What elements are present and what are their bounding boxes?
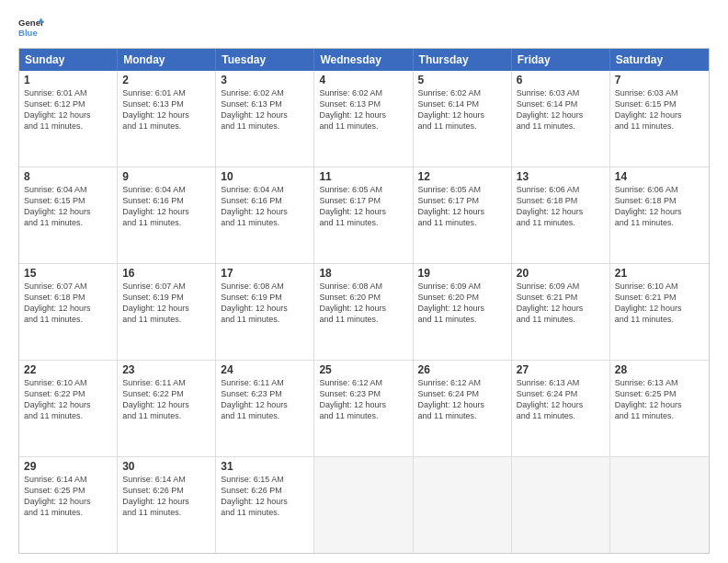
day-info: Sunrise: 6:15 AM Sunset: 6:26 PM Dayligh…: [221, 474, 309, 519]
day-cell-30: 30Sunrise: 6:14 AM Sunset: 6:26 PM Dayli…: [118, 457, 216, 553]
day-number: 14: [615, 170, 704, 183]
calendar: SundayMondayTuesdayWednesdayThursdayFrid…: [18, 48, 710, 554]
day-cell-26: 26Sunrise: 6:12 AM Sunset: 6:24 PM Dayli…: [414, 361, 512, 456]
day-number: 11: [319, 170, 407, 183]
day-number: 2: [122, 74, 210, 86]
day-info: Sunrise: 6:06 AM Sunset: 6:18 PM Dayligh…: [517, 184, 605, 229]
day-number: 27: [517, 363, 605, 376]
logo: General Blue: [18, 15, 44, 40]
day-info: Sunrise: 6:03 AM Sunset: 6:15 PM Dayligh…: [615, 87, 704, 132]
day-cell-15: 15Sunrise: 6:07 AM Sunset: 6:18 PM Dayli…: [19, 264, 118, 360]
day-number: 18: [319, 267, 407, 280]
logo-icon: General Blue: [18, 15, 44, 40]
day-cell-13: 13Sunrise: 6:06 AM Sunset: 6:18 PM Dayli…: [512, 167, 610, 263]
calendar-row-4: 22Sunrise: 6:10 AM Sunset: 6:22 PM Dayli…: [19, 360, 709, 456]
day-number: 16: [122, 267, 210, 280]
day-number: 7: [615, 74, 704, 86]
calendar-row-5: 29Sunrise: 6:14 AM Sunset: 6:25 PM Dayli…: [19, 456, 709, 553]
day-info: Sunrise: 6:02 AM Sunset: 6:13 PM Dayligh…: [221, 87, 309, 132]
day-info: Sunrise: 6:06 AM Sunset: 6:18 PM Dayligh…: [615, 184, 704, 229]
day-number: 1: [24, 74, 112, 86]
day-cell-14: 14Sunrise: 6:06 AM Sunset: 6:18 PM Dayli…: [610, 167, 709, 263]
day-cell-31: 31Sunrise: 6:15 AM Sunset: 6:26 PM Dayli…: [216, 457, 314, 553]
day-number: 29: [24, 460, 112, 473]
day-info: Sunrise: 6:10 AM Sunset: 6:21 PM Dayligh…: [615, 281, 704, 326]
day-number: 13: [517, 170, 605, 183]
day-info: Sunrise: 6:07 AM Sunset: 6:18 PM Dayligh…: [24, 281, 112, 326]
day-cell-4: 4Sunrise: 6:02 AM Sunset: 6:13 PM Daylig…: [314, 71, 413, 167]
day-cell-28: 28Sunrise: 6:13 AM Sunset: 6:25 PM Dayli…: [610, 361, 709, 456]
day-cell-12: 12Sunrise: 6:05 AM Sunset: 6:17 PM Dayli…: [414, 167, 512, 263]
header-day-thursday: Thursday: [414, 49, 512, 71]
day-cell-24: 24Sunrise: 6:11 AM Sunset: 6:23 PM Dayli…: [216, 361, 314, 456]
day-number: 8: [24, 170, 112, 183]
day-number: 31: [221, 460, 309, 473]
day-info: Sunrise: 6:04 AM Sunset: 6:16 PM Dayligh…: [221, 184, 309, 229]
day-cell-11: 11Sunrise: 6:05 AM Sunset: 6:17 PM Dayli…: [314, 167, 413, 263]
day-info: Sunrise: 6:12 AM Sunset: 6:23 PM Dayligh…: [319, 377, 407, 422]
day-number: 20: [517, 267, 605, 280]
day-cell-2: 2Sunrise: 6:01 AM Sunset: 6:13 PM Daylig…: [118, 71, 216, 167]
day-info: Sunrise: 6:01 AM Sunset: 6:12 PM Dayligh…: [24, 87, 112, 132]
day-info: Sunrise: 6:02 AM Sunset: 6:14 PM Dayligh…: [418, 87, 506, 132]
empty-cell-4-4: [414, 457, 512, 553]
day-info: Sunrise: 6:14 AM Sunset: 6:25 PM Dayligh…: [24, 474, 112, 519]
day-number: 24: [221, 363, 309, 376]
day-cell-10: 10Sunrise: 6:04 AM Sunset: 6:16 PM Dayli…: [216, 167, 314, 263]
day-info: Sunrise: 6:05 AM Sunset: 6:17 PM Dayligh…: [418, 184, 506, 229]
day-info: Sunrise: 6:04 AM Sunset: 6:15 PM Dayligh…: [24, 184, 112, 229]
day-cell-23: 23Sunrise: 6:11 AM Sunset: 6:22 PM Dayli…: [118, 361, 216, 456]
day-number: 5: [418, 74, 506, 86]
day-info: Sunrise: 6:12 AM Sunset: 6:24 PM Dayligh…: [418, 377, 506, 422]
svg-text:Blue: Blue: [18, 28, 38, 38]
day-number: 30: [122, 460, 210, 473]
day-info: Sunrise: 6:13 AM Sunset: 6:24 PM Dayligh…: [517, 377, 605, 422]
day-info: Sunrise: 6:07 AM Sunset: 6:19 PM Dayligh…: [122, 281, 210, 326]
day-number: 10: [221, 170, 309, 183]
header-day-sunday: Sunday: [19, 49, 118, 71]
empty-cell-4-5: [512, 457, 610, 553]
day-info: Sunrise: 6:08 AM Sunset: 6:19 PM Dayligh…: [221, 281, 309, 326]
day-info: Sunrise: 6:10 AM Sunset: 6:22 PM Dayligh…: [24, 377, 112, 422]
day-cell-21: 21Sunrise: 6:10 AM Sunset: 6:21 PM Dayli…: [610, 264, 709, 360]
day-cell-6: 6Sunrise: 6:03 AM Sunset: 6:14 PM Daylig…: [512, 71, 610, 167]
empty-cell-4-3: [314, 457, 413, 553]
day-cell-5: 5Sunrise: 6:02 AM Sunset: 6:14 PM Daylig…: [414, 71, 512, 167]
day-cell-8: 8Sunrise: 6:04 AM Sunset: 6:15 PM Daylig…: [19, 167, 118, 263]
day-info: Sunrise: 6:09 AM Sunset: 6:21 PM Dayligh…: [517, 281, 605, 326]
day-number: 26: [418, 363, 506, 376]
header-day-saturday: Saturday: [610, 49, 709, 71]
day-info: Sunrise: 6:09 AM Sunset: 6:20 PM Dayligh…: [418, 281, 506, 326]
header: General Blue: [18, 15, 710, 40]
day-number: 25: [319, 363, 407, 376]
day-info: Sunrise: 6:11 AM Sunset: 6:23 PM Dayligh…: [221, 377, 309, 422]
day-info: Sunrise: 6:11 AM Sunset: 6:22 PM Dayligh…: [122, 377, 210, 422]
page: General Blue SundayMondayTuesdayWednesda…: [0, 0, 728, 563]
header-day-tuesday: Tuesday: [216, 49, 314, 71]
day-info: Sunrise: 6:04 AM Sunset: 6:16 PM Dayligh…: [122, 184, 210, 229]
day-cell-17: 17Sunrise: 6:08 AM Sunset: 6:19 PM Dayli…: [216, 264, 314, 360]
day-cell-19: 19Sunrise: 6:09 AM Sunset: 6:20 PM Dayli…: [414, 264, 512, 360]
day-cell-7: 7Sunrise: 6:03 AM Sunset: 6:15 PM Daylig…: [610, 71, 709, 167]
day-number: 22: [24, 363, 112, 376]
day-number: 3: [221, 74, 309, 86]
day-number: 23: [122, 363, 210, 376]
day-cell-25: 25Sunrise: 6:12 AM Sunset: 6:23 PM Dayli…: [314, 361, 413, 456]
day-info: Sunrise: 6:02 AM Sunset: 6:13 PM Dayligh…: [319, 87, 407, 132]
day-number: 4: [319, 74, 407, 86]
day-number: 15: [24, 267, 112, 280]
day-cell-16: 16Sunrise: 6:07 AM Sunset: 6:19 PM Dayli…: [118, 264, 216, 360]
day-cell-22: 22Sunrise: 6:10 AM Sunset: 6:22 PM Dayli…: [19, 361, 118, 456]
day-cell-9: 9Sunrise: 6:04 AM Sunset: 6:16 PM Daylig…: [118, 167, 216, 263]
day-cell-29: 29Sunrise: 6:14 AM Sunset: 6:25 PM Dayli…: [19, 457, 118, 553]
day-cell-1: 1Sunrise: 6:01 AM Sunset: 6:12 PM Daylig…: [19, 71, 118, 167]
day-number: 28: [615, 363, 704, 376]
day-number: 9: [122, 170, 210, 183]
calendar-row-2: 8Sunrise: 6:04 AM Sunset: 6:15 PM Daylig…: [19, 167, 709, 263]
calendar-body: 1Sunrise: 6:01 AM Sunset: 6:12 PM Daylig…: [19, 71, 709, 553]
calendar-row-1: 1Sunrise: 6:01 AM Sunset: 6:12 PM Daylig…: [19, 71, 709, 167]
day-info: Sunrise: 6:01 AM Sunset: 6:13 PM Dayligh…: [122, 87, 210, 132]
header-day-monday: Monday: [118, 49, 216, 71]
day-number: 6: [517, 74, 605, 86]
calendar-header: SundayMondayTuesdayWednesdayThursdayFrid…: [19, 49, 709, 71]
